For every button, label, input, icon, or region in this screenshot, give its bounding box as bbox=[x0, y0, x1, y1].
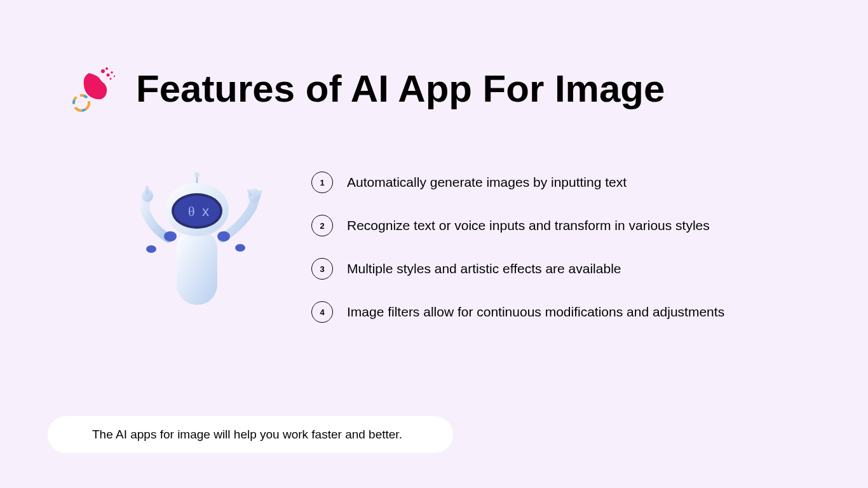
feature-item: 3 Multiple styles and artistic effects a… bbox=[311, 258, 724, 280]
feature-text: Image filters allow for continuous modif… bbox=[347, 304, 724, 320]
svg-point-22 bbox=[194, 172, 200, 177]
svg-rect-15 bbox=[177, 229, 217, 305]
robot-illustration: θ x bbox=[121, 165, 273, 318]
svg-point-18 bbox=[174, 196, 220, 226]
svg-rect-9 bbox=[145, 186, 149, 194]
svg-point-14 bbox=[235, 244, 245, 252]
feature-list: 1 Automatically generate images by input… bbox=[311, 165, 724, 323]
svg-text:x: x bbox=[202, 203, 209, 219]
feature-number: 4 bbox=[311, 301, 333, 323]
svg-text:θ: θ bbox=[188, 203, 195, 219]
feature-item: 2 Recognize text or voice inputs and tra… bbox=[311, 215, 724, 236]
svg-point-24 bbox=[217, 231, 230, 241]
feature-text: Automatically generate images by inputti… bbox=[347, 175, 627, 190]
page-title: Features of AI App For Image bbox=[136, 68, 665, 110]
feature-text: Multiple styles and artistic effects are… bbox=[347, 261, 621, 276]
logo-icon bbox=[70, 64, 121, 114]
svg-point-2 bbox=[105, 67, 108, 70]
feature-number: 1 bbox=[311, 172, 333, 193]
svg-point-3 bbox=[111, 71, 113, 74]
svg-point-0 bbox=[101, 69, 105, 73]
feature-item: 1 Automatically generate images by input… bbox=[311, 172, 724, 193]
svg-point-23 bbox=[164, 231, 177, 241]
feature-text: Recognize text or voice inputs and trans… bbox=[347, 218, 710, 233]
feature-number: 3 bbox=[311, 258, 333, 280]
svg-point-10 bbox=[146, 245, 156, 253]
svg-point-1 bbox=[107, 74, 110, 77]
header: Features of AI App For Image bbox=[0, 0, 868, 114]
svg-point-5 bbox=[114, 76, 115, 77]
svg-point-4 bbox=[110, 78, 112, 80]
feature-item: 4 Image filters allow for continuous mod… bbox=[311, 301, 724, 323]
footer-caption: The AI apps for image will help you work… bbox=[48, 416, 453, 453]
content: θ x 1 Automatically generate images by i… bbox=[0, 114, 868, 323]
feature-number: 2 bbox=[311, 215, 333, 236]
